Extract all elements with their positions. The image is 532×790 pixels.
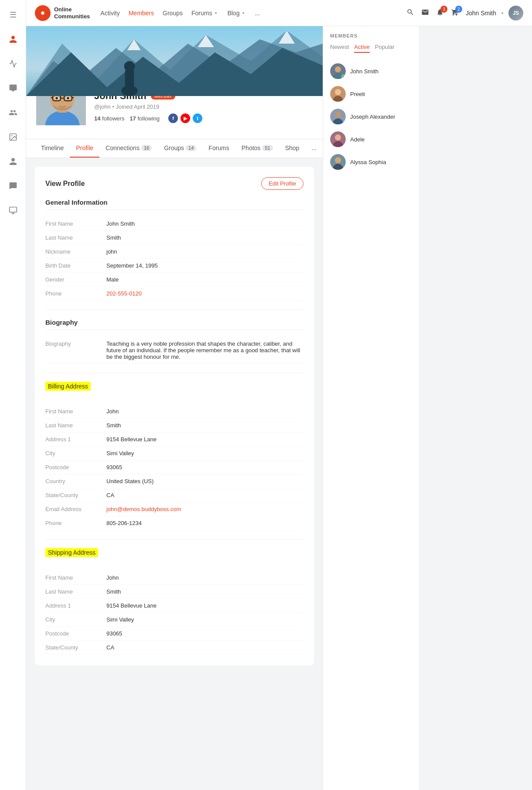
sidebar: ☰	[0, 0, 26, 790]
svg-point-30	[335, 89, 341, 95]
nav-forums[interactable]: Forums	[191, 10, 218, 17]
user-menu[interactable]: John Smith JS	[466, 6, 523, 21]
billing-country: Country United States (US)	[45, 474, 304, 488]
shipping-label-firstname: First Name	[45, 574, 106, 581]
nav-members[interactable]: Members	[129, 10, 154, 17]
groups-icon[interactable]	[5, 105, 21, 120]
field-label-phone: Phone	[45, 290, 106, 297]
biography-title: Biography	[45, 319, 304, 330]
member-item-adele[interactable]: Adele	[330, 128, 412, 151]
nav-more[interactable]: ...	[255, 10, 260, 17]
shipping-value-lastname: Smith	[106, 588, 304, 595]
search-button[interactable]	[406, 8, 414, 17]
member-item-preeti[interactable]: Preeti	[330, 82, 412, 105]
field-value-gender: Male	[106, 276, 304, 283]
edit-profile-button[interactable]: Edit Profile	[261, 177, 304, 190]
billing-value-email[interactable]: john@demos.buddyboss.com	[106, 506, 304, 512]
tab-profile[interactable]: Profile	[70, 139, 99, 158]
notification-badge: 3	[440, 6, 447, 13]
billing-lastname: Last Name Smith	[45, 419, 304, 433]
profile-content: View Profile Edit Profile General Inform…	[26, 158, 323, 681]
activity-icon[interactable]	[5, 56, 21, 72]
billing-label-address1: Address 1	[45, 436, 106, 443]
messages-icon[interactable]	[5, 80, 21, 96]
svg-point-14	[124, 61, 135, 72]
svg-point-1	[11, 135, 12, 137]
billing-value-state: CA	[106, 492, 304, 498]
section-divider-3	[45, 539, 304, 539]
nav-activity[interactable]: Activity	[100, 10, 119, 17]
svg-point-36	[335, 157, 341, 163]
tab-shop[interactable]: Shop	[279, 139, 306, 158]
billing-label-country: Country	[45, 478, 106, 484]
member-item-alyssa[interactable]: Alyssa Sophia	[330, 151, 412, 173]
billing-firstname: First Name John	[45, 405, 304, 419]
svg-point-26	[67, 97, 69, 100]
billing-address1: Address 1 9154 Bellevue Lane	[45, 433, 304, 447]
tab-photos[interactable]: Photos 51	[235, 139, 279, 158]
tab-groups[interactable]: Groups 14	[158, 139, 202, 158]
billing-value-country: United States (US)	[106, 478, 304, 484]
billing-label-postcode: Postcode	[45, 464, 106, 471]
shipping-value-address1: 9154 Bellevue Lane	[106, 602, 304, 609]
field-value-nickname: john	[106, 248, 304, 255]
monitor-icon[interactable]	[5, 203, 21, 218]
billing-label-email: Email Address	[45, 506, 106, 512]
billing-value-lastname: Smith	[106, 422, 304, 429]
shipping-title: Shipping Address	[45, 548, 98, 557]
field-label-birthdate: Birth Date	[45, 262, 106, 269]
field-birthdate: Birth Date September 14, 1995	[45, 259, 304, 273]
member-item-john[interactable]: John Smith	[330, 60, 412, 82]
brand[interactable]: ● Online Communities	[35, 5, 90, 21]
tab-timeline[interactable]: Timeline	[35, 139, 70, 158]
shipping-fields: First Name John Last Name Smith Address …	[45, 571, 304, 655]
right-panel: MEMBERS Newest Active Popular	[323, 26, 419, 790]
billing-value-phone: 805-206-1234	[106, 520, 304, 526]
field-value-phone[interactable]: 202-555-0120	[106, 290, 304, 297]
chat-icon[interactable]	[5, 178, 21, 194]
following-count: 17 following	[130, 115, 160, 122]
billing-phone: Phone 805-206-1234	[45, 516, 304, 530]
menu-icon[interactable]: ☰	[5, 7, 21, 23]
field-label-gender: Gender	[45, 276, 106, 283]
member-item-joseph[interactable]: Joseph Alexander	[330, 105, 412, 128]
shipping-label-address1: Address 1	[45, 602, 106, 609]
shipping-value-firstname: John	[106, 574, 304, 581]
page-body: John Smith Member @john • Joined April 2…	[26, 26, 532, 790]
brand-name: Online Communities	[54, 6, 90, 20]
billing-email: Email Address john@demos.buddyboss.com	[45, 502, 304, 516]
member-name-adele: Adele	[350, 136, 365, 143]
twitter-icon[interactable]: t	[193, 113, 202, 123]
nav-blog[interactable]: Blog	[227, 10, 246, 17]
person-icon[interactable]	[5, 31, 21, 47]
user-icon[interactable]	[5, 154, 21, 169]
field-phone: Phone 202-555-0120	[45, 287, 304, 301]
billing-value-address1: 9154 Bellevue Lane	[106, 436, 304, 443]
profile-handle: @john • Joined April 2019	[94, 103, 202, 110]
tab-more[interactable]: ...	[305, 139, 323, 158]
tab-connections[interactable]: Connections 16	[99, 139, 158, 158]
nav-groups[interactable]: Groups	[163, 10, 183, 17]
members-tab-popular[interactable]: Popular	[375, 44, 395, 53]
profile-stats: 14 followers 17 following f ▶ t	[94, 113, 202, 123]
cart-badge: 2	[455, 6, 462, 13]
tab-forums[interactable]: Forums	[202, 139, 235, 158]
app-wrapper: ☰ ●	[0, 0, 532, 790]
mail-button[interactable]	[421, 8, 429, 17]
view-profile-title: View Profile	[45, 180, 85, 188]
member-name-john: John Smith	[350, 68, 379, 75]
shipping-value-city: Simi Valley	[106, 616, 304, 623]
billing-value-city: Simi Valley	[106, 450, 304, 457]
member-name-joseph: Joseph Alexander	[350, 113, 395, 120]
billing-fields: First Name John Last Name Smith Address …	[45, 405, 304, 530]
cart-button[interactable]: 2	[451, 8, 459, 17]
members-tab-newest[interactable]: Newest	[330, 44, 349, 53]
members-tab-active[interactable]: Active	[354, 44, 369, 53]
media-icon[interactable]	[5, 129, 21, 145]
billing-state: State/County CA	[45, 488, 304, 502]
billing-label-state: State/County	[45, 492, 106, 498]
facebook-icon[interactable]: f	[168, 113, 178, 123]
billing-city: City Simi Valley	[45, 447, 304, 460]
youtube-icon[interactable]: ▶	[181, 113, 190, 123]
notification-button[interactable]: 3	[436, 8, 444, 17]
